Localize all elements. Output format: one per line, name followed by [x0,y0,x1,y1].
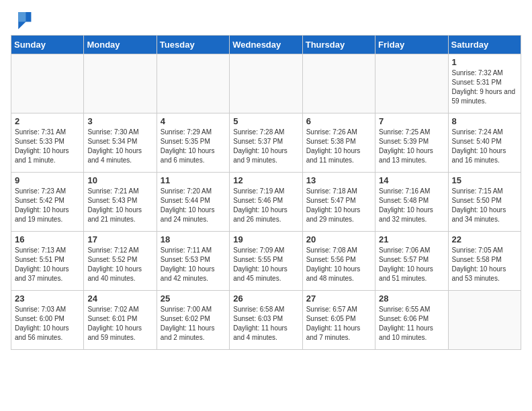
day-number: 6 [306,116,371,126]
day-header-wednesday: Wednesday [230,36,302,54]
day-number: 19 [233,234,298,244]
calendar-cell: 18Sunrise: 7:11 AM Sunset: 5:53 PM Dayli… [157,232,229,291]
day-info: Sunrise: 7:02 AM Sunset: 6:01 PM Dayligh… [87,305,152,342]
day-info: Sunrise: 7:28 AM Sunset: 5:37 PM Dayligh… [233,128,298,165]
logo [11,11,36,30]
calendar-cell: 19Sunrise: 7:09 AM Sunset: 5:55 PM Dayli… [230,232,302,291]
day-info: Sunrise: 7:21 AM Sunset: 5:43 PM Dayligh… [87,187,152,224]
calendar-week-2: 9Sunrise: 7:23 AM Sunset: 5:42 PM Daylig… [11,173,521,232]
day-info: Sunrise: 7:20 AM Sunset: 5:44 PM Dayligh… [161,187,226,224]
day-info: Sunrise: 7:06 AM Sunset: 5:57 PM Dayligh… [379,246,444,283]
day-number: 9 [15,175,80,185]
day-number: 25 [161,293,226,304]
day-number: 8 [452,116,517,126]
day-header-sunday: Sunday [11,36,84,54]
calendar-week-1: 2Sunrise: 7:31 AM Sunset: 5:33 PM Daylig… [11,113,521,173]
day-number: 23 [15,293,80,304]
calendar-header-row: SundayMondayTuesdayWednesdayThursdayFrid… [11,36,521,54]
calendar-week-4: 23Sunrise: 7:03 AM Sunset: 6:00 PM Dayli… [11,291,521,350]
calendar-cell: 2Sunrise: 7:31 AM Sunset: 5:33 PM Daylig… [11,113,84,173]
day-number: 26 [233,293,298,304]
day-info: Sunrise: 6:58 AM Sunset: 6:03 PM Dayligh… [233,305,298,342]
calendar-cell: 15Sunrise: 7:15 AM Sunset: 5:50 PM Dayli… [448,173,521,232]
day-number: 16 [15,234,80,244]
day-number: 5 [233,116,298,126]
calendar-cell [84,54,157,113]
calendar-cell: 24Sunrise: 7:02 AM Sunset: 6:01 PM Dayli… [84,291,157,350]
calendar-cell: 27Sunrise: 6:57 AM Sunset: 6:05 PM Dayli… [302,291,375,350]
day-info: Sunrise: 7:00 AM Sunset: 6:02 PM Dayligh… [161,305,226,342]
calendar-cell [375,54,448,113]
day-header-monday: Monday [84,36,157,54]
day-info: Sunrise: 7:23 AM Sunset: 5:42 PM Dayligh… [15,187,80,224]
day-number: 13 [306,175,371,185]
calendar-cell: 7Sunrise: 7:25 AM Sunset: 5:39 PM Daylig… [375,113,448,173]
day-info: Sunrise: 7:09 AM Sunset: 5:55 PM Dayligh… [233,246,298,283]
day-number: 11 [161,175,226,185]
day-header-thursday: Thursday [302,36,375,54]
calendar-cell [230,54,302,113]
day-number: 7 [379,116,444,126]
calendar: SundayMondayTuesdayWednesdayThursdayFrid… [11,35,521,350]
calendar-cell: 6Sunrise: 7:26 AM Sunset: 5:38 PM Daylig… [302,113,375,173]
calendar-cell: 25Sunrise: 7:00 AM Sunset: 6:02 PM Dayli… [157,291,229,350]
day-info: Sunrise: 7:24 AM Sunset: 5:40 PM Dayligh… [452,128,517,165]
day-number: 3 [87,116,152,126]
page-header [11,11,521,30]
calendar-cell: 16Sunrise: 7:13 AM Sunset: 5:51 PM Dayli… [11,232,84,291]
day-number: 18 [161,234,226,244]
day-number: 20 [306,234,371,244]
calendar-cell [302,54,375,113]
day-info: Sunrise: 7:03 AM Sunset: 6:00 PM Dayligh… [15,305,80,342]
day-info: Sunrise: 7:08 AM Sunset: 5:56 PM Dayligh… [306,246,371,283]
calendar-cell: 5Sunrise: 7:28 AM Sunset: 5:37 PM Daylig… [230,113,302,173]
calendar-week-0: 1Sunrise: 7:32 AM Sunset: 5:31 PM Daylig… [11,54,521,113]
day-info: Sunrise: 7:13 AM Sunset: 5:51 PM Dayligh… [15,246,80,283]
day-info: Sunrise: 7:25 AM Sunset: 5:39 PM Dayligh… [379,128,444,165]
calendar-cell: 1Sunrise: 7:32 AM Sunset: 5:31 PM Daylig… [448,54,521,113]
day-info: Sunrise: 7:15 AM Sunset: 5:50 PM Dayligh… [452,187,517,224]
calendar-cell: 26Sunrise: 6:58 AM Sunset: 6:03 PM Dayli… [230,291,302,350]
calendar-cell: 8Sunrise: 7:24 AM Sunset: 5:40 PM Daylig… [448,113,521,173]
day-info: Sunrise: 7:32 AM Sunset: 5:31 PM Dayligh… [452,68,517,106]
calendar-cell [157,54,229,113]
day-number: 10 [87,175,152,185]
day-info: Sunrise: 7:29 AM Sunset: 5:35 PM Dayligh… [161,128,226,165]
day-header-tuesday: Tuesday [157,36,229,54]
calendar-cell: 10Sunrise: 7:21 AM Sunset: 5:43 PM Dayli… [84,173,157,232]
day-number: 24 [87,293,152,304]
day-info: Sunrise: 7:11 AM Sunset: 5:53 PM Dayligh… [161,246,226,283]
day-number: 1 [452,57,517,67]
day-info: Sunrise: 7:05 AM Sunset: 5:58 PM Dayligh… [452,246,517,283]
day-number: 22 [452,234,517,244]
calendar-cell: 3Sunrise: 7:30 AM Sunset: 5:34 PM Daylig… [84,113,157,173]
calendar-cell: 12Sunrise: 7:19 AM Sunset: 5:46 PM Dayli… [230,173,302,232]
day-header-friday: Friday [375,36,448,54]
calendar-cell: 28Sunrise: 6:55 AM Sunset: 6:06 PM Dayli… [375,291,448,350]
calendar-cell: 11Sunrise: 7:20 AM Sunset: 5:44 PM Dayli… [157,173,229,232]
day-info: Sunrise: 7:30 AM Sunset: 5:34 PM Dayligh… [87,128,152,165]
calendar-cell: 22Sunrise: 7:05 AM Sunset: 5:58 PM Dayli… [448,232,521,291]
day-info: Sunrise: 6:55 AM Sunset: 6:06 PM Dayligh… [379,305,444,342]
calendar-week-3: 16Sunrise: 7:13 AM Sunset: 5:51 PM Dayli… [11,232,521,291]
calendar-cell: 13Sunrise: 7:18 AM Sunset: 5:47 PM Dayli… [302,173,375,232]
day-info: Sunrise: 7:12 AM Sunset: 5:52 PM Dayligh… [87,246,152,283]
day-info: Sunrise: 6:57 AM Sunset: 6:05 PM Dayligh… [306,305,371,342]
day-header-saturday: Saturday [448,36,521,54]
day-number: 28 [379,293,444,304]
day-number: 4 [161,116,226,126]
calendar-cell: 23Sunrise: 7:03 AM Sunset: 6:00 PM Dayli… [11,291,84,350]
day-number: 17 [87,234,152,244]
day-number: 15 [452,175,517,185]
day-info: Sunrise: 7:26 AM Sunset: 5:38 PM Dayligh… [306,128,371,165]
day-number: 2 [15,116,80,126]
day-info: Sunrise: 7:31 AM Sunset: 5:33 PM Dayligh… [15,128,80,165]
calendar-cell: 21Sunrise: 7:06 AM Sunset: 5:57 PM Dayli… [375,232,448,291]
logo-icon [11,11,32,30]
day-number: 21 [379,234,444,244]
calendar-cell: 4Sunrise: 7:29 AM Sunset: 5:35 PM Daylig… [157,113,229,173]
calendar-cell [448,291,521,350]
day-number: 12 [233,175,298,185]
calendar-cell: 9Sunrise: 7:23 AM Sunset: 5:42 PM Daylig… [11,173,84,232]
calendar-cell: 14Sunrise: 7:16 AM Sunset: 5:48 PM Dayli… [375,173,448,232]
